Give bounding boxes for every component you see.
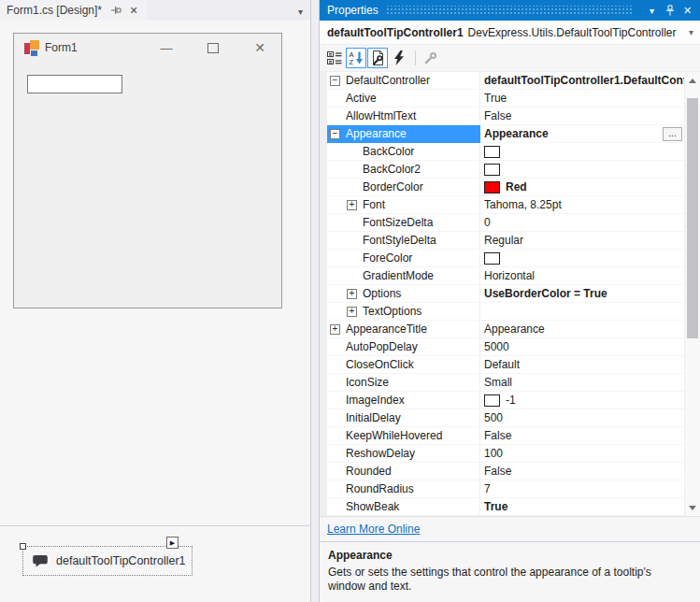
property-value[interactable]: -1 [480,392,684,409]
property-row[interactable]: AutoPopDelay5000 [320,338,684,356]
property-name[interactable]: Active [327,90,480,108]
collapse-expander-icon[interactable]: − [330,76,340,86]
property-row[interactable]: +FontTahoma, 8.25pt [320,196,684,214]
scroll-down-icon[interactable] [685,500,700,515]
property-value[interactable]: 0 [480,214,684,232]
property-row[interactable]: ForeColor [320,250,684,267]
property-value[interactable]: False [480,427,684,445]
property-value[interactable]: Tahoma, 8.25pt [480,196,684,214]
property-value[interactable]: Red [480,179,684,196]
property-name[interactable]: CloseOnClick [327,356,480,374]
property-value[interactable]: Small [480,374,684,392]
property-row[interactable]: +AppearanceTitleAppearance [320,321,684,338]
property-row[interactable]: RoundedFalse [320,463,684,480]
property-row[interactable]: BorderColorRed [320,179,684,196]
property-row[interactable]: −AppearanceAppearance... [320,125,684,143]
property-row[interactable]: ReshowDelay100 [320,445,684,463]
property-name[interactable]: KeepWhileHovered [327,427,480,445]
scrollbar-vertical[interactable] [684,72,700,516]
property-value[interactable] [480,161,684,179]
chevron-down-icon[interactable]: ▾ [686,27,696,37]
property-name[interactable]: AutoPopDelay [327,338,480,356]
property-row[interactable]: AllowHtmlTextFalse [320,108,684,125]
property-value[interactable]: UseBorderColor = True [480,285,684,303]
property-row[interactable]: GradientModeHorizontal [320,267,684,285]
events-button[interactable] [389,48,409,68]
property-row[interactable]: −DefaultControllerdefaultToolTipControll… [320,72,684,90]
expand-expander-icon[interactable]: + [347,307,357,317]
close-icon[interactable]: ✕ [680,3,694,18]
alphabetical-button[interactable]: AZ [346,48,366,68]
categorized-button[interactable] [324,48,345,68]
property-value[interactable]: Default [480,356,684,374]
property-value[interactable]: Regular [480,232,684,250]
expand-expander-icon[interactable]: + [330,324,340,335]
properties-view-button[interactable] [367,48,388,68]
property-name[interactable]: BackColor [327,143,480,161]
property-name[interactable]: FontStyleDelta [327,232,480,250]
component-tray-item[interactable]: ▶ defaultToolTipController1 [22,546,193,576]
property-name[interactable]: BackColor2 [327,161,480,179]
property-pages-button[interactable] [421,48,441,68]
window-position-icon[interactable]: ▾ [645,3,659,18]
property-row[interactable]: KeepWhileHoveredFalse [320,427,684,445]
property-value[interactable]: 5000 [480,338,684,356]
property-value[interactable]: defaultToolTipController1.DefaultContr [480,72,684,90]
property-name[interactable]: FontSizeDelta [327,214,480,232]
selection-handle[interactable] [20,543,26,550]
tab-form1-design[interactable]: Form1.cs [Design]* ✕ [0,0,147,21]
property-name[interactable]: ImageIndex [327,392,480,409]
property-name[interactable]: ForeColor [327,250,480,267]
property-name[interactable]: RoundRadius [327,480,480,498]
property-name[interactable]: +Options [327,285,480,303]
property-value[interactable]: 500 [480,409,684,427]
designed-form[interactable]: Form1 — ✕ [13,33,282,308]
property-value[interactable]: 7 [480,480,684,498]
property-row[interactable]: ImageIndex-1 [320,392,684,409]
close-icon[interactable]: ✕ [127,5,140,17]
pane-splitter[interactable] [311,0,319,602]
property-name[interactable]: BorderColor [327,179,480,196]
textbox-control[interactable] [27,75,122,93]
property-name[interactable]: InitialDelay [327,409,480,427]
learn-more-link[interactable]: Learn More Online [327,523,420,536]
scrollbar-thumb[interactable] [687,98,698,338]
properties-titlebar[interactable]: Properties ▾ ✕ [320,0,700,21]
property-name[interactable]: +Font [327,196,480,214]
property-name[interactable]: −Appearance [327,125,480,143]
property-name[interactable]: ShowBeak [327,498,480,516]
property-value[interactable] [480,303,684,321]
property-row[interactable]: +TextOptions [320,303,684,321]
property-row[interactable]: BackColor2 [320,161,684,179]
object-selector[interactable]: defaultToolTipController1 DevExpress.Uti… [320,21,700,45]
property-value[interactable]: Appearance [480,321,684,338]
property-name[interactable]: GradientMode [327,267,480,285]
property-name[interactable]: −DefaultController [327,72,480,90]
property-row[interactable]: IconSizeSmall [320,374,684,392]
property-value[interactable]: False [480,463,684,480]
expand-expander-icon[interactable]: + [347,200,357,210]
property-row[interactable]: ActiveTrue [320,90,684,108]
design-surface[interactable]: Form1 — ✕ ▶ defaultToolTipController1 [0,21,310,602]
ellipsis-editor-button[interactable]: ... [663,127,682,141]
property-value[interactable]: True [480,498,684,516]
property-value[interactable]: Horizontal [480,267,684,285]
collapse-expander-icon[interactable]: − [330,129,340,139]
property-value[interactable] [480,250,684,267]
property-row[interactable]: +OptionsUseBorderColor = True [320,285,684,303]
property-name[interactable]: +TextOptions [327,303,480,321]
property-row[interactable]: FontStyleDeltaRegular [320,232,684,250]
smart-tag-button[interactable]: ▶ [166,537,179,549]
property-value[interactable]: Appearance... [480,125,684,143]
tab-list-dropdown-icon[interactable]: ▾ [298,7,303,17]
property-name[interactable]: +AppearanceTitle [327,321,480,338]
scroll-up-icon[interactable] [685,73,700,88]
pin-icon[interactable] [109,4,122,17]
property-name[interactable]: Rounded [327,463,480,480]
property-row[interactable]: ShowBeakTrue [320,498,684,516]
property-row[interactable]: CloseOnClickDefault [320,356,684,374]
property-value[interactable]: 100 [480,445,684,463]
property-name[interactable]: IconSize [327,374,480,392]
property-value[interactable]: True [480,90,684,108]
property-row[interactable]: FontSizeDelta0 [320,214,684,232]
